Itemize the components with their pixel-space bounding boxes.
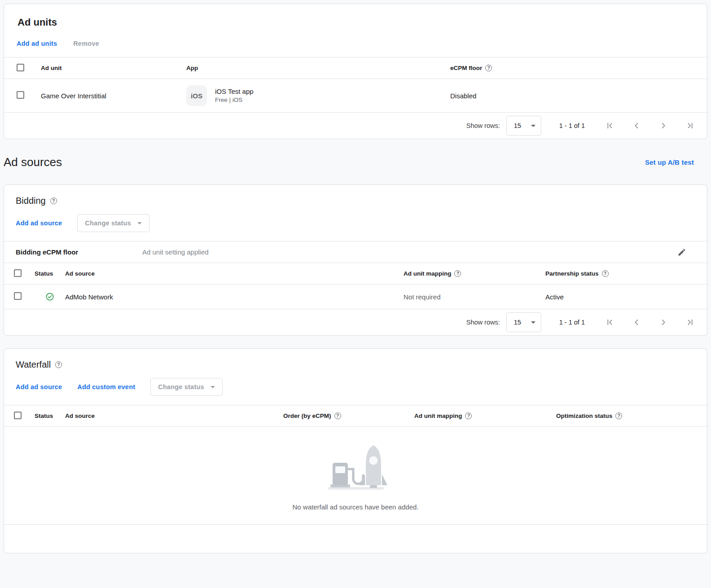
remove-ad-units-link[interactable]: Remove: [73, 40, 99, 47]
prev-page-icon[interactable]: [632, 121, 641, 131]
active-status-icon: [45, 292, 54, 301]
bidding-actions: Add ad source Change status: [4, 206, 707, 241]
ad-unit-mapping-value: Not required: [404, 293, 545, 301]
col-ad-source: Ad source: [65, 412, 283, 419]
ad-units-pagination: Show rows: 15 1 - 1 of 1: [4, 113, 707, 139]
ad-unit-name: Game Over Interstitial: [41, 92, 186, 100]
rows-per-page-select[interactable]: 15: [506, 312, 541, 332]
page-range: 1 - 1 of 1: [559, 319, 585, 326]
col-ad-unit: Ad unit: [41, 65, 186, 71]
app-name: iOS Test app: [215, 87, 254, 96]
bidding-table-header: Status Ad source Ad unit mapping Partner…: [4, 263, 707, 285]
next-page-icon[interactable]: [658, 317, 668, 327]
next-page-icon[interactable]: [658, 121, 668, 131]
col-ad-unit-mapping: Ad unit mapping: [404, 270, 451, 277]
pager: [605, 317, 695, 327]
col-ad-source: Ad source: [65, 270, 404, 277]
ad-units-actions: Add ad units Remove: [4, 28, 707, 57]
ad-source-name: AdMob Network: [65, 293, 404, 301]
prev-page-icon[interactable]: [632, 317, 641, 327]
bidding-ecpm-floor-value: Ad unit setting applied: [142, 248, 677, 256]
waterfall-footer: [4, 524, 707, 553]
waterfall-card: Waterfall Add ad source Add custom event…: [4, 348, 707, 553]
bidding-card: Bidding Add ad source Change status Bidd…: [4, 184, 707, 336]
add-custom-event-link[interactable]: Add custom event: [77, 383, 135, 391]
bidding-row: AdMob Network Not required Active: [4, 285, 707, 309]
bidding-ecpm-floor-label: Bidding eCPM floor: [16, 248, 142, 256]
waterfall-title-row: Waterfall: [4, 349, 707, 370]
col-partnership-status: Partnership status: [545, 270, 599, 277]
rocket-fuel-illustration: [320, 439, 391, 493]
edit-icon: [677, 248, 686, 257]
pager: [605, 121, 695, 131]
col-ad-unit-mapping: Ad unit mapping: [414, 412, 462, 419]
app-cell: iOS iOS Test app Free | iOS: [186, 85, 450, 106]
col-ecpm-floor: eCPM floor: [450, 65, 482, 71]
bidding-title: Bidding: [16, 196, 46, 206]
waterfall-title: Waterfall: [16, 360, 51, 370]
setup-ab-test-link[interactable]: Set up A/B test: [645, 158, 694, 166]
bidding-add-ad-source-link[interactable]: Add ad source: [16, 219, 62, 227]
bidding-pagination: Show rows: 15 1 - 1 of 1: [4, 309, 707, 335]
ad-unit-mapping-help-icon[interactable]: [465, 412, 472, 419]
ecpm-floor-value: Disabled: [450, 92, 694, 100]
ad-unit-row: Game Over Interstitial iOS iOS Test app …: [4, 79, 707, 113]
bidding-ecpm-floor-row: Bidding eCPM floor Ad unit setting appli…: [4, 241, 707, 263]
first-page-icon[interactable]: [605, 317, 614, 327]
bidding-help-icon[interactable]: [50, 197, 57, 204]
waterfall-change-status-button[interactable]: Change status: [150, 378, 223, 396]
ios-app-icon: iOS: [186, 85, 207, 106]
partnership-status-help-icon[interactable]: [602, 270, 609, 277]
ad-sources-title: Ad sources: [4, 155, 62, 169]
bidding-change-status-button[interactable]: Change status: [77, 214, 149, 232]
rows-per-page-select[interactable]: 15: [506, 116, 541, 136]
select-all-checkbox[interactable]: [14, 412, 22, 419]
col-app: App: [186, 65, 450, 71]
waterfall-empty-state: No waterfall ad sources have been added.: [4, 427, 707, 524]
bidding-title-row: Bidding: [4, 185, 707, 206]
dropdown-caret-icon: [137, 222, 142, 224]
ad-units-card: Ad units Add ad units Remove Ad unit App…: [4, 4, 707, 139]
waterfall-help-icon[interactable]: [55, 361, 62, 368]
ecpm-floor-help-icon[interactable]: [485, 65, 492, 71]
order-help-icon[interactable]: [334, 412, 341, 419]
last-page-icon[interactable]: [685, 121, 695, 131]
waterfall-add-ad-source-link[interactable]: Add ad source: [16, 383, 62, 391]
edit-floor-button[interactable]: [677, 248, 686, 257]
col-status: Status: [35, 412, 65, 419]
last-page-icon[interactable]: [685, 317, 695, 327]
dropdown-caret-icon: [531, 125, 535, 127]
col-status: Status: [35, 270, 65, 277]
ad-unit-mapping-help-icon[interactable]: [454, 270, 461, 277]
row-checkbox[interactable]: [17, 91, 24, 99]
waterfall-empty-message: No waterfall ad sources have been added.: [292, 503, 418, 511]
partnership-status-value: Active: [545, 293, 694, 301]
ad-sources-header: Ad sources Set up A/B test: [4, 155, 707, 169]
ad-units-title: Ad units: [4, 4, 707, 28]
page-range: 1 - 1 of 1: [559, 122, 585, 129]
waterfall-table-header: Status Ad source Order (by eCPM) Ad unit…: [4, 405, 707, 427]
select-all-checkbox[interactable]: [14, 269, 22, 277]
dropdown-caret-icon: [211, 386, 215, 388]
app-meta: Free | iOS: [215, 96, 254, 104]
ad-units-table-header: Ad unit App eCPM floor: [4, 57, 707, 79]
add-ad-units-link[interactable]: Add ad units: [17, 40, 57, 47]
waterfall-actions: Add ad source Add custom event Change st…: [4, 370, 707, 405]
first-page-icon[interactable]: [605, 121, 614, 131]
optimization-status-help-icon[interactable]: [615, 412, 622, 419]
show-rows-label: Show rows:: [466, 319, 500, 326]
show-rows-label: Show rows:: [466, 122, 500, 129]
col-optimization-status: Optimization status: [556, 412, 612, 419]
row-checkbox[interactable]: [14, 292, 22, 300]
dropdown-caret-icon: [531, 321, 535, 324]
select-all-checkbox[interactable]: [17, 64, 24, 71]
col-order: Order (by eCPM): [283, 412, 331, 419]
